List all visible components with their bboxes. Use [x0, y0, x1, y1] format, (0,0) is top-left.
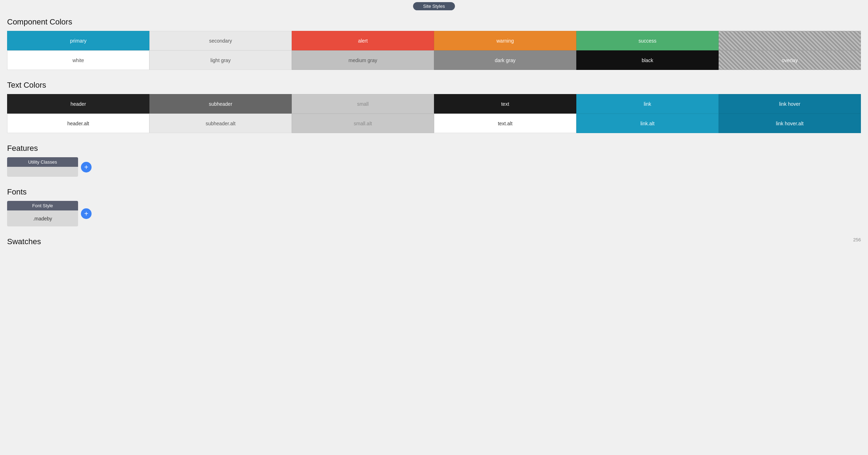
swatch-light-gray[interactable]: light gray [149, 50, 292, 70]
swatches-count: 256 [853, 237, 861, 242]
text-swatch-text-alt[interactable]: text.alt [434, 114, 576, 133]
swatch-warning[interactable]: warning [434, 31, 576, 50]
text-swatch-link-hover-alt[interactable]: link hover.alt [719, 114, 861, 133]
font-style-header: Font Style [7, 201, 78, 210]
text-swatch-small[interactable]: small [292, 94, 434, 114]
component-colors-title: Component Colors [7, 17, 861, 27]
swatch-black[interactable]: black [576, 50, 719, 70]
text-swatch-text[interactable]: text [434, 94, 576, 114]
utility-classes-card[interactable]: Utility Classes [7, 157, 78, 177]
text-swatch-subheader[interactable]: subheader [149, 94, 292, 114]
swatch-dark-gray[interactable]: dark gray [434, 50, 576, 70]
text-swatch-small-alt[interactable]: small.alt [292, 114, 434, 133]
swatch-medium-gray[interactable]: medium gray [292, 50, 434, 70]
text-swatch-link-alt[interactable]: link.alt [576, 114, 719, 133]
text-swatch-header[interactable]: header [7, 94, 149, 114]
font-style-body: .madeby [7, 210, 78, 226]
swatches-title: Swatches [7, 237, 861, 246]
text-swatch-subheader-alt[interactable]: subheader.alt [149, 114, 292, 133]
swatch-alert[interactable]: alert [292, 31, 434, 50]
fonts-section: Fonts Font Style .madeby + [7, 187, 861, 226]
fonts-title: Fonts [7, 187, 861, 197]
component-colors-grid: primary secondary alert warning success … [7, 31, 861, 70]
features-title: Features [7, 144, 861, 153]
swatch-overlay-top[interactable] [719, 31, 861, 50]
text-colors-title: Text Colors [7, 81, 861, 90]
swatch-secondary[interactable]: secondary [149, 31, 292, 50]
text-swatch-header-alt[interactable]: header.alt [7, 114, 149, 133]
swatch-primary[interactable]: primary [7, 31, 149, 50]
swatch-white[interactable]: white [7, 50, 149, 70]
font-style-card[interactable]: Font Style .madeby [7, 201, 78, 226]
utility-classes-header: Utility Classes [7, 157, 78, 167]
site-styles-label: Site Styles [413, 2, 455, 10]
text-colors-grid: header subheader small text link link ho… [7, 94, 861, 133]
add-utility-class-button[interactable]: + [81, 162, 92, 172]
text-swatch-link[interactable]: link [576, 94, 719, 114]
utility-classes-body [7, 167, 78, 177]
swatch-success[interactable]: success [576, 31, 719, 50]
add-font-button[interactable]: + [81, 208, 92, 219]
swatches-section: Swatches 256 [7, 237, 861, 246]
features-section: Features Utility Classes + [7, 144, 861, 177]
text-swatch-link-hover[interactable]: link hover [719, 94, 861, 114]
swatch-overlay[interactable]: overlay [719, 50, 861, 70]
